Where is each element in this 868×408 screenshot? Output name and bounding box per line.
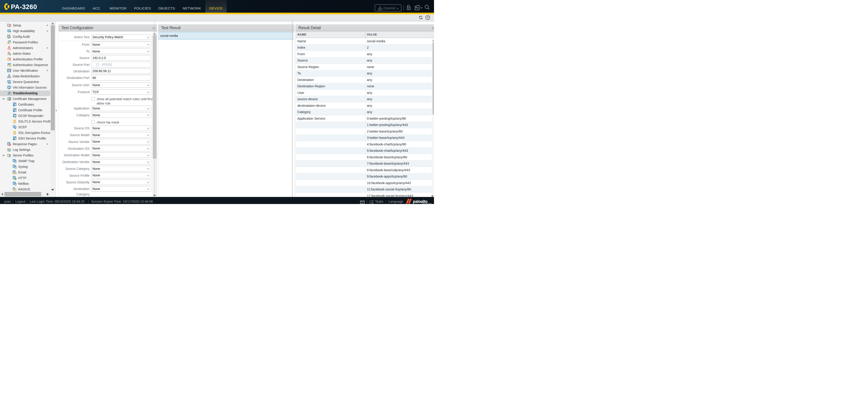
svg-text:?: ?: [427, 16, 429, 19]
